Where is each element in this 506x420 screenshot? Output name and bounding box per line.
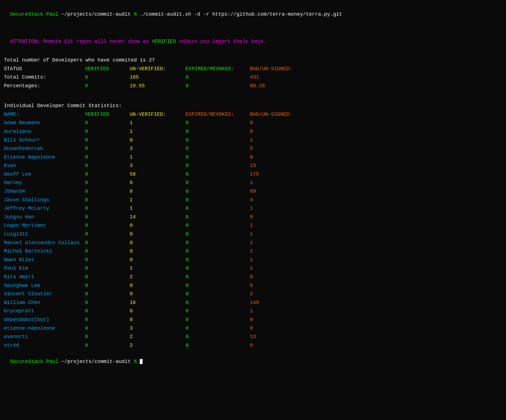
status-col-expired: EXPIRED/REVOKED: bbox=[186, 65, 250, 73]
dev-expired: 0 bbox=[186, 315, 250, 324]
individual-section-title: Individual Developer Commit Statistics: bbox=[4, 102, 502, 110]
dev-bad: 1 bbox=[250, 307, 306, 315]
table-row: Vincent Cloutier 0 0 0 2 bbox=[4, 290, 502, 298]
percentages-bad: 80.26 bbox=[250, 82, 306, 90]
dev-bad: 1 bbox=[250, 136, 306, 145]
total-commits-unverified: 105 bbox=[130, 73, 186, 82]
attention-line: ATTENTION: Remote Git repos will never s… bbox=[4, 29, 502, 46]
total-commits-bad: 431 bbox=[250, 73, 306, 82]
dev-verified: 0 bbox=[85, 298, 130, 307]
dev-expired: 0 bbox=[186, 332, 250, 341]
dev-hdr-bad: BAD/UN-SIGNED: bbox=[250, 110, 306, 119]
attention-verified-keyword: VERIFIED bbox=[152, 39, 176, 44]
dev-unverified: 1 bbox=[130, 204, 186, 213]
table-row: Jungsu Han 0 14 0 0 bbox=[4, 213, 502, 221]
dev-name: Luigi311 bbox=[4, 230, 85, 239]
dev-verified: 0 bbox=[85, 290, 130, 298]
dev-bad: 0 bbox=[250, 315, 306, 324]
prompt-path-2: ~/projects/commit-audit bbox=[61, 359, 131, 364]
dev-unverified: 58 bbox=[130, 170, 186, 179]
percentages-unverified: 19.55 bbox=[130, 82, 186, 90]
dev-bad: 0 bbox=[250, 324, 306, 333]
dev-bad: 0 bbox=[250, 213, 306, 221]
dev-expired: 0 bbox=[186, 230, 250, 239]
table-row: Evan 0 3 0 13 bbox=[4, 161, 502, 170]
status-col-bad: BAD/UN-SIGNED: bbox=[250, 65, 306, 73]
attention-suffix: unless you import their keys. bbox=[176, 39, 267, 44]
dev-verified: 0 bbox=[85, 213, 130, 221]
dev-expired: 0 bbox=[186, 341, 250, 350]
dev-name: Owen Niles bbox=[4, 256, 85, 264]
table-row: Seunghwa Lee 0 0 0 5 bbox=[4, 281, 502, 290]
dev-name: Jungsu Han bbox=[4, 213, 85, 221]
blank-line-2 bbox=[4, 48, 502, 56]
dev-expired: 0 bbox=[186, 324, 250, 333]
prompt-path-1: ~/projects/commit-audit bbox=[61, 11, 131, 17]
dev-expired: 0 bbox=[186, 204, 250, 213]
dev-verified: 0 bbox=[85, 230, 130, 239]
dev-bad: 1 bbox=[250, 247, 306, 256]
total-commits-expired: 0 bbox=[186, 73, 250, 82]
dev-verified: 0 bbox=[85, 178, 130, 187]
dev-bad: 0 bbox=[250, 119, 306, 127]
dev-unverified: 0 bbox=[130, 230, 186, 239]
dev-name: brycepratt bbox=[4, 307, 85, 315]
table-row: Harvey 0 6 0 1 bbox=[4, 178, 502, 187]
blank-line-3 bbox=[4, 90, 502, 99]
dev-verified: 0 bbox=[85, 315, 130, 324]
table-row: Luigi311 0 0 0 1 bbox=[4, 230, 502, 239]
table-row: Rita Amiri 0 2 0 0 bbox=[4, 273, 502, 281]
dev-expired: 0 bbox=[186, 187, 250, 196]
dev-expired: 0 bbox=[186, 281, 250, 290]
dev-unverified: 1 bbox=[130, 127, 186, 136]
dev-name: Geoff Lee bbox=[4, 170, 85, 179]
terminal-cursor bbox=[140, 359, 143, 364]
dev-verified: 0 bbox=[85, 170, 130, 179]
dev-bad: 5 bbox=[250, 144, 306, 153]
table-row: Jason Stallings 0 1 0 4 bbox=[4, 196, 502, 204]
dev-name: Jeffrey McLarty bbox=[4, 204, 85, 213]
dev-expired: 0 bbox=[186, 247, 250, 256]
status-header-row: STATUS VERIFIED UN-VERIFIED: EXPIRED/REV… bbox=[4, 65, 502, 73]
dev-verified: 0 bbox=[85, 221, 130, 230]
table-row: Paul Kim 0 1 0 1 bbox=[4, 264, 502, 273]
dev-expired: 0 bbox=[186, 196, 250, 204]
dev-unverified: 3 bbox=[130, 324, 186, 333]
dev-expired: 0 bbox=[186, 307, 250, 315]
dev-unverified: 0 bbox=[130, 221, 186, 230]
dev-name: William Chen bbox=[4, 298, 85, 307]
dev-unverified: 0 bbox=[130, 307, 186, 315]
prompt-dollar-1: % bbox=[134, 11, 137, 17]
dev-name: Evan bbox=[4, 161, 85, 170]
dev-verified: 0 bbox=[85, 153, 130, 162]
status-col-label: STATUS bbox=[4, 65, 85, 73]
dev-bad: 149 bbox=[250, 298, 306, 307]
dev-bad: 1 bbox=[250, 221, 306, 230]
dev-name: Seunghwa Lee bbox=[4, 281, 85, 290]
prompt-command-1: ./commit-audit.sh -d -r https://github.c… bbox=[140, 11, 342, 17]
table-row: dependabot[bot] 0 0 0 0 bbox=[4, 315, 502, 324]
dev-bad: 2 bbox=[250, 290, 306, 298]
dev-hdr-name: NAME: bbox=[4, 110, 85, 119]
dev-bad: 0 bbox=[250, 153, 306, 162]
total-commits-label: Total Commits: bbox=[4, 73, 85, 82]
dev-name: Etienne Napoleone bbox=[4, 153, 85, 162]
dev-hdr-unverified: UN-VERIFIED: bbox=[130, 110, 186, 119]
table-row: etienne-napoleone 0 3 0 0 bbox=[4, 324, 502, 333]
percentages-row: Percentages: 0 19.55 0 80.26 bbox=[4, 82, 502, 90]
dev-bad: 1 bbox=[250, 230, 306, 239]
dev-name: evanorti bbox=[4, 332, 85, 341]
dev-expired: 0 bbox=[186, 239, 250, 247]
dev-expired: 0 bbox=[186, 119, 250, 127]
dev-bad: 4 bbox=[250, 196, 306, 204]
dev-name: str4d bbox=[4, 341, 85, 350]
dev-verified: 0 bbox=[85, 264, 130, 273]
dev-bad: 1 bbox=[250, 204, 306, 213]
dev-bad: 13 bbox=[250, 332, 306, 341]
prompt-user-2: SecureStack Paul bbox=[10, 359, 58, 364]
dev-name: dependabot[bot] bbox=[4, 315, 85, 324]
dev-name: DusanFedorcak bbox=[4, 144, 85, 153]
dev-verified: 0 bbox=[85, 136, 130, 145]
dev-expired: 0 bbox=[186, 144, 250, 153]
status-col-unverified: UN-VERIFIED: bbox=[130, 65, 186, 73]
